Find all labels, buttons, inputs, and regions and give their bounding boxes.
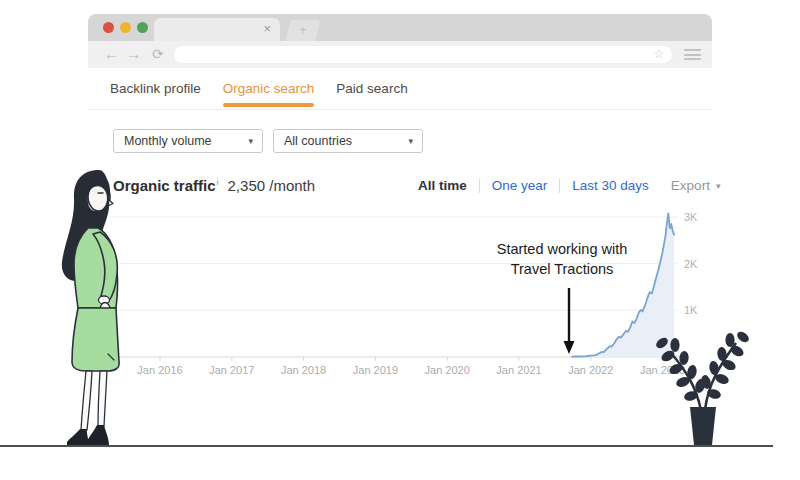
- window-controls: [103, 22, 148, 33]
- tab-organic-search[interactable]: Organic search: [223, 68, 315, 109]
- svg-text:Jan 2017: Jan 2017: [209, 364, 254, 376]
- svg-text:Jan 2022: Jan 2022: [568, 364, 613, 376]
- refresh-icon[interactable]: ⟳: [152, 44, 164, 64]
- chart-annotation: Started working with Travel Tractions: [452, 240, 672, 279]
- browser-tabstrip: × +: [88, 14, 712, 41]
- traffic-chart: 3K2K1KJan 2016Jan 2017Jan 2018Jan 2019Ja…: [100, 205, 720, 385]
- close-window-icon[interactable]: [103, 22, 114, 33]
- monthly-volume-dropdown[interactable]: Monthly volume ▾: [113, 129, 263, 153]
- chevron-down-icon: ▾: [408, 130, 413, 152]
- dropdown-value: All countries: [284, 134, 352, 148]
- forward-icon[interactable]: →: [126, 44, 141, 64]
- svg-text:Jan 2016: Jan 2016: [137, 364, 182, 376]
- zoom-window-icon[interactable]: [137, 22, 148, 33]
- svg-text:Jan 2021: Jan 2021: [496, 364, 541, 376]
- organic-traffic-header: Organic traffici2,350 /month: [113, 177, 315, 194]
- ground-line: [0, 445, 773, 447]
- svg-text:2K: 2K: [684, 258, 698, 270]
- tab-label: Organic search: [223, 81, 315, 96]
- range-last-30-days[interactable]: Last 30 days: [572, 178, 649, 193]
- back-icon[interactable]: ←: [104, 44, 119, 64]
- chart-canvas: 3K2K1KJan 2016Jan 2017Jan 2018Jan 2019Ja…: [100, 205, 720, 385]
- svg-text:Jan 2020: Jan 2020: [425, 364, 470, 376]
- woman-illustration: [36, 166, 136, 447]
- close-tab-icon[interactable]: ×: [263, 21, 271, 37]
- annotation-line1: Started working with: [452, 240, 672, 260]
- annotation-arrow-icon: [562, 288, 576, 356]
- menu-icon[interactable]: [684, 49, 701, 60]
- chevron-down-icon: ▾: [716, 181, 721, 191]
- browser-window: × + ← → ⟳ ☆ Backlink profile Organic sea…: [88, 14, 712, 110]
- url-bar[interactable]: ☆: [174, 46, 672, 63]
- minimize-window-icon[interactable]: [120, 22, 131, 33]
- export-button[interactable]: Export ▾: [671, 178, 721, 193]
- separator: [559, 179, 560, 193]
- plus-icon: +: [288, 20, 318, 40]
- traffic-value: 2,350: [228, 177, 266, 194]
- filter-row: Monthly volume ▾ All countries ▾: [113, 129, 423, 153]
- country-dropdown[interactable]: All countries ▾: [273, 129, 423, 153]
- report-tabs: Backlink profile Organic search Paid sea…: [88, 68, 712, 110]
- traffic-unit: /month: [269, 177, 315, 194]
- bookmark-star-icon[interactable]: ☆: [653, 47, 664, 62]
- range-all-time[interactable]: All time: [418, 178, 467, 193]
- export-label: Export: [671, 178, 710, 193]
- screenshot-root: × + ← → ⟳ ☆ Backlink profile Organic sea…: [0, 0, 800, 480]
- date-range-filters: All time One year Last 30 days Export ▾: [418, 178, 720, 193]
- plant-illustration: [648, 312, 758, 446]
- tab-backlink-profile[interactable]: Backlink profile: [110, 68, 201, 109]
- separator: [479, 179, 480, 193]
- svg-text:Jan 2019: Jan 2019: [353, 364, 398, 376]
- info-icon: i: [217, 177, 219, 187]
- range-one-year[interactable]: One year: [492, 178, 548, 193]
- new-tab-button[interactable]: +: [285, 20, 320, 41]
- tab-label: Backlink profile: [110, 81, 201, 96]
- tab-paid-search[interactable]: Paid search: [336, 68, 407, 109]
- chevron-down-icon: ▾: [248, 130, 253, 152]
- svg-text:3K: 3K: [684, 211, 698, 223]
- annotation-line2: Travel Tractions: [452, 260, 672, 280]
- svg-text:Jan 2018: Jan 2018: [281, 364, 326, 376]
- browser-tab[interactable]: ×: [154, 18, 280, 41]
- tab-label: Paid search: [336, 81, 407, 96]
- dropdown-value: Monthly volume: [124, 134, 212, 148]
- browser-toolbar: ← → ⟳ ☆: [88, 41, 712, 68]
